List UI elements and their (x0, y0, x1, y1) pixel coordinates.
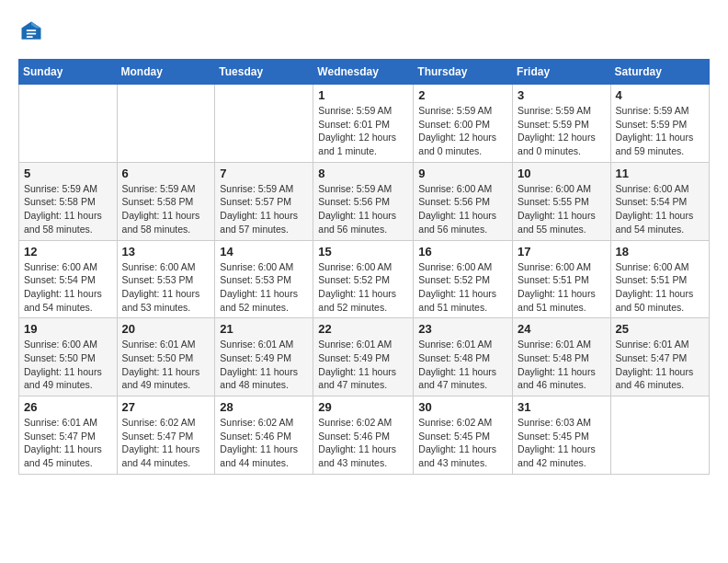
day-number: 18 (616, 245, 704, 259)
svg-rect-4 (27, 36, 33, 38)
day-info: Sunrise: 6:02 AMSunset: 5:46 PMDaylight:… (220, 417, 298, 468)
calendar-cell: 18 Sunrise: 6:00 AMSunset: 5:51 PMDaylig… (610, 240, 709, 318)
day-number: 5 (24, 167, 112, 180)
day-number: 17 (518, 245, 606, 259)
calendar-cell (610, 396, 709, 475)
calendar-cell: 15 Sunrise: 6:00 AMSunset: 5:52 PMDaylig… (313, 240, 414, 318)
dow-header-tuesday: Tuesday (215, 60, 313, 85)
page: SundayMondayTuesdayWednesdayThursdayFrid… (0, 0, 728, 493)
day-number: 3 (518, 88, 606, 102)
day-info: Sunrise: 6:00 AMSunset: 5:51 PMDaylight:… (518, 261, 596, 313)
day-number: 6 (122, 167, 210, 180)
day-info: Sunrise: 6:01 AMSunset: 5:48 PMDaylight:… (418, 339, 496, 390)
calendar-body: 1 Sunrise: 5:59 AMSunset: 6:01 PMDayligh… (19, 85, 710, 475)
day-number: 4 (616, 88, 704, 102)
calendar-cell: 30 Sunrise: 6:02 AMSunset: 5:45 PMDaylig… (414, 396, 513, 475)
calendar-cell: 7 Sunrise: 5:59 AMSunset: 5:57 PMDayligh… (215, 162, 313, 240)
day-number: 14 (220, 245, 308, 259)
day-info: Sunrise: 6:02 AMSunset: 5:46 PMDaylight:… (318, 417, 396, 468)
week-row-1: 1 Sunrise: 5:59 AMSunset: 6:01 PMDayligh… (19, 85, 710, 163)
day-info: Sunrise: 6:01 AMSunset: 5:50 PMDaylight:… (122, 339, 200, 390)
day-number: 30 (418, 400, 507, 414)
day-number: 15 (318, 245, 408, 259)
day-info: Sunrise: 6:00 AMSunset: 5:51 PMDaylight:… (616, 261, 694, 313)
day-number: 31 (518, 400, 606, 414)
day-number: 23 (418, 322, 507, 336)
calendar-cell: 13 Sunrise: 6:00 AMSunset: 5:53 PMDaylig… (117, 240, 215, 318)
calendar-cell: 19 Sunrise: 6:00 AMSunset: 5:50 PMDaylig… (19, 318, 118, 396)
calendar-cell: 10 Sunrise: 6:00 AMSunset: 5:55 PMDaylig… (513, 162, 611, 240)
dow-header-sunday: Sunday (19, 60, 118, 85)
day-info: Sunrise: 5:59 AMSunset: 6:01 PMDaylight:… (318, 105, 396, 156)
header (18, 18, 710, 44)
calendar-cell: 28 Sunrise: 6:02 AMSunset: 5:46 PMDaylig… (215, 396, 313, 475)
day-info: Sunrise: 6:00 AMSunset: 5:54 PMDaylight:… (24, 261, 102, 313)
day-number: 24 (518, 322, 606, 336)
day-info: Sunrise: 5:59 AMSunset: 5:57 PMDaylight:… (220, 183, 298, 235)
dow-header-saturday: Saturday (610, 60, 709, 85)
day-number: 27 (122, 400, 210, 414)
calendar-cell: 20 Sunrise: 6:01 AMSunset: 5:50 PMDaylig… (117, 318, 215, 396)
calendar-cell: 27 Sunrise: 6:02 AMSunset: 5:47 PMDaylig… (117, 396, 215, 475)
day-info: Sunrise: 6:00 AMSunset: 5:56 PMDaylight:… (418, 183, 496, 235)
day-info: Sunrise: 6:02 AMSunset: 5:45 PMDaylight:… (418, 417, 496, 468)
day-info: Sunrise: 6:01 AMSunset: 5:47 PMDaylight:… (24, 417, 102, 468)
day-info: Sunrise: 6:03 AMSunset: 5:45 PMDaylight:… (518, 417, 596, 468)
week-row-5: 26 Sunrise: 6:01 AMSunset: 5:47 PMDaylig… (19, 396, 710, 475)
day-number: 11 (616, 167, 704, 180)
svg-rect-3 (27, 33, 37, 35)
calendar-cell: 2 Sunrise: 5:59 AMSunset: 6:00 PMDayligh… (414, 85, 513, 163)
calendar-cell: 31 Sunrise: 6:03 AMSunset: 5:45 PMDaylig… (513, 396, 611, 475)
day-info: Sunrise: 5:59 AMSunset: 5:56 PMDaylight:… (318, 183, 396, 235)
calendar-cell: 25 Sunrise: 6:01 AMSunset: 5:47 PMDaylig… (610, 318, 709, 396)
week-row-4: 19 Sunrise: 6:00 AMSunset: 5:50 PMDaylig… (19, 318, 710, 396)
day-number: 26 (24, 400, 112, 414)
day-info: Sunrise: 5:59 AMSunset: 5:59 PMDaylight:… (518, 105, 596, 156)
day-number: 19 (24, 322, 112, 336)
calendar-cell: 17 Sunrise: 6:00 AMSunset: 5:51 PMDaylig… (513, 240, 611, 318)
dow-header-friday: Friday (513, 60, 611, 85)
calendar-cell: 6 Sunrise: 5:59 AMSunset: 5:58 PMDayligh… (117, 162, 215, 240)
calendar-cell: 29 Sunrise: 6:02 AMSunset: 5:46 PMDaylig… (313, 396, 414, 475)
week-row-2: 5 Sunrise: 5:59 AMSunset: 5:58 PMDayligh… (19, 162, 710, 240)
day-info: Sunrise: 5:59 AMSunset: 5:59 PMDaylight:… (616, 105, 694, 156)
calendar-cell: 3 Sunrise: 5:59 AMSunset: 5:59 PMDayligh… (513, 85, 611, 163)
day-info: Sunrise: 6:01 AMSunset: 5:49 PMDaylight:… (318, 339, 396, 390)
dow-header-wednesday: Wednesday (313, 60, 414, 85)
svg-rect-2 (27, 29, 37, 31)
day-number: 13 (122, 245, 210, 259)
calendar-cell: 14 Sunrise: 6:00 AMSunset: 5:53 PMDaylig… (215, 240, 313, 318)
day-info: Sunrise: 6:00 AMSunset: 5:54 PMDaylight:… (616, 183, 694, 235)
calendar-cell: 21 Sunrise: 6:01 AMSunset: 5:49 PMDaylig… (215, 318, 313, 396)
day-number: 28 (220, 400, 308, 414)
day-number: 29 (318, 400, 408, 414)
day-info: Sunrise: 5:59 AMSunset: 6:00 PMDaylight:… (418, 105, 496, 156)
calendar-cell (215, 85, 313, 163)
calendar-cell: 8 Sunrise: 5:59 AMSunset: 5:56 PMDayligh… (313, 162, 414, 240)
logo (18, 18, 46, 44)
day-info: Sunrise: 6:00 AMSunset: 5:52 PMDaylight:… (418, 261, 496, 313)
day-number: 7 (220, 167, 308, 180)
day-number: 1 (318, 88, 408, 102)
calendar-cell: 4 Sunrise: 5:59 AMSunset: 5:59 PMDayligh… (610, 85, 709, 163)
calendar-cell: 23 Sunrise: 6:01 AMSunset: 5:48 PMDaylig… (414, 318, 513, 396)
day-number: 12 (24, 245, 112, 259)
day-number: 22 (318, 322, 408, 336)
calendar-cell: 5 Sunrise: 5:59 AMSunset: 5:58 PMDayligh… (19, 162, 118, 240)
day-number: 10 (518, 167, 606, 180)
day-info: Sunrise: 6:01 AMSunset: 5:47 PMDaylight:… (616, 339, 694, 390)
calendar-cell: 24 Sunrise: 6:01 AMSunset: 5:48 PMDaylig… (513, 318, 611, 396)
day-info: Sunrise: 6:00 AMSunset: 5:50 PMDaylight:… (24, 339, 102, 390)
day-info: Sunrise: 5:59 AMSunset: 5:58 PMDaylight:… (122, 183, 200, 235)
day-info: Sunrise: 6:00 AMSunset: 5:53 PMDaylight:… (220, 261, 298, 313)
day-number: 20 (122, 322, 210, 336)
days-of-week-row: SundayMondayTuesdayWednesdayThursdayFrid… (19, 60, 710, 85)
day-info: Sunrise: 6:02 AMSunset: 5:47 PMDaylight:… (122, 417, 200, 468)
calendar-cell (117, 85, 215, 163)
day-number: 16 (418, 245, 507, 259)
day-info: Sunrise: 6:01 AMSunset: 5:49 PMDaylight:… (220, 339, 298, 390)
week-row-3: 12 Sunrise: 6:00 AMSunset: 5:54 PMDaylig… (19, 240, 710, 318)
day-number: 25 (616, 322, 704, 336)
calendar-table: SundayMondayTuesdayWednesdayThursdayFrid… (18, 59, 710, 475)
day-info: Sunrise: 5:59 AMSunset: 5:58 PMDaylight:… (24, 183, 102, 235)
